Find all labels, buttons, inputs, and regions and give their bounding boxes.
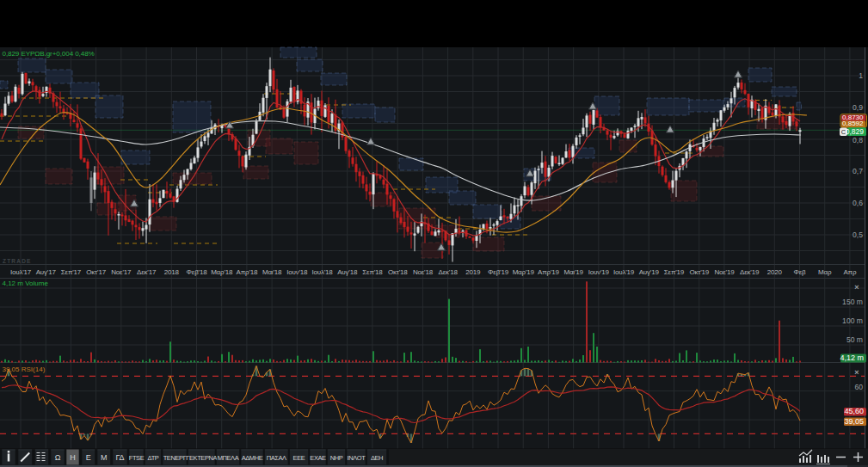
svg-text:Οκτ'19: Οκτ'19 [689, 268, 709, 276]
svg-text:Οκτ'17: Οκτ'17 [86, 268, 106, 276]
svg-text:Ιουν'18: Ιουν'18 [286, 268, 308, 276]
svg-text:Απρ'18: Απρ'18 [237, 268, 258, 276]
svg-text:150 m: 150 m [842, 298, 863, 306]
svg-text:Η: Η [70, 453, 76, 462]
svg-text:Αυγ'18: Αυγ'18 [337, 268, 358, 276]
svg-text:Αυγ'17: Αυγ'17 [36, 268, 57, 276]
svg-text:ΙΝΛΟΤ: ΙΝΛΟΤ [348, 454, 366, 462]
svg-text:4,12 m: 4,12 m [840, 353, 864, 362]
svg-text:ΕΕΕ: ΕΕΕ [293, 454, 305, 462]
svg-text:Αυγ'19: Αυγ'19 [639, 268, 660, 276]
svg-text:Νοε'17: Νοε'17 [111, 268, 132, 276]
svg-text:Απρ'19: Απρ'19 [538, 268, 559, 276]
svg-text:ΤΕΝΕΡΓ: ΤΕΝΕΡΓ [163, 454, 187, 462]
svg-text:×: × [854, 283, 859, 292]
svg-text:Ιουλ'18: Ιουλ'18 [311, 268, 333, 276]
svg-text:ΔΕΗ: ΔΕΗ [371, 454, 383, 462]
svg-text:100 m: 100 m [842, 316, 863, 325]
svg-text:60: 60 [854, 383, 863, 391]
svg-text:FTSE: FTSE [129, 454, 145, 462]
svg-text:×: × [854, 368, 859, 377]
svg-text:ZTRADE: ZTRADE [3, 258, 32, 264]
svg-text:ΓΕΚΤΕΡΝΑ: ΓΕΚΤΕΡΝΑ [186, 454, 217, 462]
svg-text:Νοε'18: Νοε'18 [413, 268, 434, 276]
svg-text:0,829: 0,829 [846, 127, 865, 136]
svg-text:ΜΠΕΛΑ: ΜΠΕΛΑ [218, 454, 239, 462]
svg-text:Οκτ'18: Οκτ'18 [388, 268, 408, 276]
svg-text:0,829 ΕΥΡΩΒ.gr+0,004 0,48%: 0,829 ΕΥΡΩΒ.gr+0,004 0,48% [3, 50, 95, 58]
svg-text:0,6: 0,6 [853, 199, 863, 207]
svg-text:0,7: 0,7 [853, 167, 863, 175]
svg-text:ΔΤΡ: ΔΤΡ [148, 454, 159, 462]
svg-text:0,8592: 0,8592 [842, 120, 864, 127]
svg-text:Ε: Ε [86, 453, 91, 462]
svg-text:Μαρ: Μαρ [818, 268, 832, 276]
svg-text:Ιουλ'19: Ιουλ'19 [613, 268, 635, 276]
svg-text:Μαρ'19: Μαρ'19 [513, 268, 535, 276]
svg-text:ΠΑΣΑΛ: ΠΑΣΑΛ [267, 454, 286, 462]
svg-text:Μαρ'18: Μαρ'18 [211, 268, 233, 276]
svg-text:Μ: Μ [101, 453, 108, 462]
svg-text:Φεβ: Φεβ [794, 268, 807, 276]
svg-text:1: 1 [859, 71, 863, 80]
svg-text:0,9: 0,9 [853, 103, 863, 112]
svg-text:4,12 m Volume: 4,12 m Volume [3, 280, 49, 287]
svg-text:Δεκ'18: Δεκ'18 [439, 268, 459, 276]
svg-text:Απρ: Απρ [843, 268, 856, 276]
svg-text:45,60: 45,60 [844, 407, 864, 415]
svg-text:0,5: 0,5 [853, 230, 863, 239]
svg-text:2019: 2019 [465, 268, 481, 276]
svg-text:Σεπ'18: Σεπ'18 [362, 268, 383, 276]
svg-text:2018: 2018 [164, 268, 180, 276]
svg-text:ΑΔΜΗΕ: ΑΔΜΗΕ [242, 454, 263, 462]
svg-text:39,05 RSI(14): 39,05 RSI(14) [3, 366, 46, 373]
svg-text:50 m: 50 m [846, 335, 863, 344]
svg-text:Δεκ'19: Δεκ'19 [740, 268, 760, 276]
svg-text:Ω: Ω [55, 453, 61, 462]
svg-text:Δεκ'17: Δεκ'17 [137, 268, 157, 276]
svg-text:Σεπ'17: Σεπ'17 [61, 268, 82, 276]
svg-text:Μαι'18: Μαι'18 [262, 268, 282, 276]
svg-text:39,05: 39,05 [844, 417, 864, 426]
svg-text:Νοε'19: Νοε'19 [714, 268, 735, 276]
svg-text:ΓΔ: ΓΔ [115, 453, 124, 462]
svg-text:ΝΗΡ: ΝΗΡ [330, 454, 343, 462]
svg-text:Ιουν'19: Ιουν'19 [588, 268, 610, 276]
svg-text:2020: 2020 [767, 268, 783, 276]
svg-text:Μαι'19: Μαι'19 [563, 268, 583, 276]
svg-text:Σεπ'19: Σεπ'19 [664, 268, 685, 276]
svg-text:ΕΧΑΕ: ΕΧΑΕ [310, 454, 326, 462]
svg-text:Ιουλ'17: Ιουλ'17 [10, 268, 32, 276]
svg-text:0,8: 0,8 [853, 136, 863, 144]
svg-text:Φεβ'19: Φεβ'19 [488, 268, 509, 276]
svg-text:Φεβ'18: Φεβ'18 [187, 268, 208, 276]
